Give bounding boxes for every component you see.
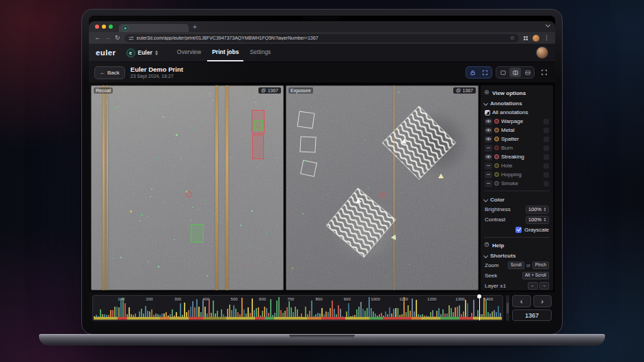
visibility-on-icon[interactable] [485, 136, 492, 143]
speckle [176, 134, 178, 136]
tab-search-chevron-icon[interactable] [546, 21, 550, 29]
visibility-off-icon[interactable] [485, 171, 492, 178]
site-info-icon[interactable] [129, 36, 134, 41]
speckle [462, 190, 463, 191]
next-layer-button[interactable]: › [533, 295, 552, 307]
grayscale-row[interactable]: Grayscale [484, 225, 550, 234]
new-tab-button[interactable]: + [193, 24, 197, 32]
annotation-row-action[interactable] [544, 119, 549, 124]
current-layer-display[interactable]: 1367 [512, 309, 552, 321]
visibility-on-icon[interactable] [485, 118, 492, 125]
speckle [292, 268, 293, 269]
page-header: ← Back Euler Demo Print 23 Sept 2024, 16… [89, 62, 555, 83]
forward-icon[interactable]: → [105, 35, 111, 41]
browser-menu-icon[interactable]: ⋮ [544, 35, 550, 41]
timeline-histogram[interactable]: 1002003004005006007008009001000110012001… [92, 295, 503, 321]
brightness-input[interactable]: 100% [526, 206, 549, 214]
annotation-row-warpage[interactable]: Warpage [484, 117, 550, 126]
nav-item-print-jobs[interactable]: Print jobs [207, 44, 243, 61]
speckle [364, 140, 365, 141]
timeline-scrollbar[interactable] [506, 295, 509, 321]
annotation-row-streaking[interactable]: Streaking [484, 152, 550, 161]
split-view-button[interactable] [509, 68, 521, 77]
annotation-row-action[interactable] [544, 172, 549, 178]
annotation-row-action[interactable] [544, 137, 549, 142]
contrast-input[interactable]: 100% [526, 216, 549, 224]
stacked-view-button[interactable] [522, 68, 533, 77]
lock-view-button[interactable] [467, 68, 479, 77]
visibility-off-icon[interactable] [485, 180, 492, 187]
visibility-on-icon[interactable] [485, 127, 492, 134]
fullscreen-button[interactable] [538, 67, 550, 78]
color-section-header[interactable]: Color [484, 195, 550, 204]
shortcuts-section-header[interactable]: Shortcuts [484, 251, 550, 260]
annotation-strip-segment [127, 317, 161, 320]
speckle [105, 231, 106, 232]
shortcut-list: ZoomScrollorPinchSeekAlt + ScrollLayer ±… [484, 260, 550, 290]
color-section-label: Color [490, 197, 505, 203]
speckle [180, 173, 181, 175]
shortcut-key: Alt + Scroll [522, 272, 549, 279]
shortcut-key: Scroll [508, 262, 524, 269]
back-arrow-icon: ← [100, 70, 105, 76]
shortcut-keys: ←→ [528, 282, 549, 290]
close-button[interactable] [95, 25, 99, 29]
bookmark-star-icon[interactable]: ☆ [510, 36, 515, 41]
browser-tab[interactable]: e [119, 24, 189, 32]
annotation-row-action[interactable] [544, 154, 549, 160]
annotation-row-smoke[interactable]: Smoke [484, 179, 550, 188]
visibility-on-icon[interactable] [485, 154, 492, 161]
annotation-label: Burn [501, 145, 541, 151]
minimize-button[interactable] [102, 25, 106, 29]
main-nav: OverviewPrint jobsSettings [172, 44, 276, 61]
speckle [158, 157, 159, 158]
visibility-off-icon[interactable] [485, 163, 492, 169]
annotation-color-dot [494, 128, 499, 133]
powder-stripe [107, 85, 108, 290]
speckle [148, 261, 149, 262]
browser-profile-avatar[interactable] [533, 35, 539, 42]
annotation-label: Warpage [501, 118, 541, 124]
annotation-row-action[interactable] [544, 128, 549, 133]
nav-item-overview[interactable]: Overview [172, 44, 206, 61]
speckle [141, 214, 143, 216]
timeline-playhead[interactable] [479, 296, 480, 320]
single-view-button[interactable] [497, 68, 509, 77]
annotation-row-metal[interactable]: Metal [484, 126, 550, 135]
speckle [152, 109, 154, 110]
fit-view-button[interactable] [479, 68, 491, 77]
reload-icon[interactable]: ↻ [115, 35, 120, 41]
grayscale-checkbox[interactable] [515, 227, 522, 233]
brightness-value: 100% [528, 206, 541, 212]
url-bar[interactable]: euler3d.com/app/euler/print/01J8FVC39473… [124, 34, 519, 42]
previous-layer-button[interactable]: ‹ [512, 295, 531, 307]
shortcut-label: Layer ±1 [485, 283, 506, 289]
annotation-row-burn[interactable]: Burn [484, 143, 550, 152]
annotation-row-hopping[interactable]: Hopping [484, 170, 550, 179]
annotation-row-action[interactable] [544, 145, 549, 151]
workspace-selector[interactable]: e Euler [123, 47, 161, 59]
annotation-rect [254, 120, 263, 130]
view-actions [466, 66, 550, 79]
exposure-panel[interactable]: Exposure 1367 [286, 85, 479, 290]
help-header[interactable]: ? Help [484, 240, 550, 250]
user-avatar[interactable] [536, 46, 548, 59]
stepper-icon[interactable] [544, 208, 546, 212]
visibility-off-icon[interactable] [485, 145, 492, 152]
annotation-row-hole[interactable]: Hole [484, 161, 550, 170]
zoom-button[interactable] [109, 25, 113, 29]
annotation-strip-segment [383, 317, 412, 320]
all-annotations-toggle[interactable]: All annotations [484, 108, 550, 117]
annotation-row-spatter[interactable]: Spatter [484, 135, 550, 143]
speckle [223, 210, 224, 212]
annotations-section-header[interactable]: Annotations [484, 99, 550, 108]
back-icon[interactable]: ← [94, 35, 100, 41]
extensions-icon[interactable] [523, 36, 528, 41]
nav-item-settings[interactable]: Settings [245, 44, 276, 61]
annotation-row-action[interactable] [544, 181, 549, 186]
recoat-panel[interactable]: Recoat 1367 [91, 85, 284, 290]
back-button[interactable]: ← Back [94, 66, 125, 79]
stepper-icon[interactable] [544, 218, 546, 222]
annotation-row-action[interactable] [544, 163, 549, 169]
support-marker [438, 173, 444, 178]
